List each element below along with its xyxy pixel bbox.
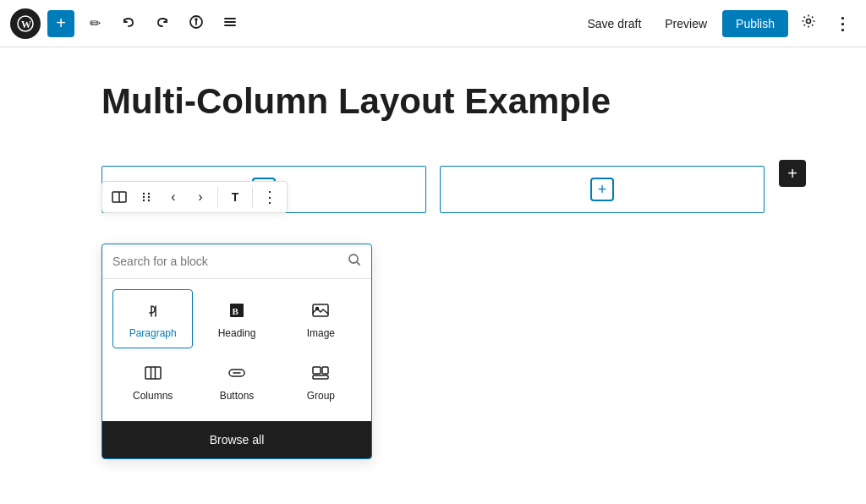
svg-point-11 — [143, 193, 145, 194]
block-search-input[interactable] — [112, 255, 341, 268]
undo-icon — [122, 15, 135, 32]
block-item-group[interactable]: Group — [281, 352, 361, 411]
group-icon — [311, 361, 330, 385]
edit-icon: ✏ — [90, 15, 101, 31]
settings-icon — [801, 14, 816, 33]
add-col2-icon: + — [598, 181, 607, 199]
columns-icon — [144, 361, 162, 385]
group-label: Group — [307, 390, 335, 402]
block-toolbar: ‹ › T ⋮ — [101, 181, 288, 213]
topbar-right: Save draft Preview Publish ⋮ — [578, 10, 856, 37]
svg-point-15 — [143, 200, 145, 201]
publish-label: Publish — [736, 17, 775, 30]
plus-icon: + — [56, 14, 66, 33]
preview-button[interactable]: Preview — [656, 12, 715, 36]
redo-icon — [156, 15, 169, 32]
settings-button[interactable] — [795, 10, 822, 37]
block-item-paragraph[interactable]: Paragraph — [112, 289, 193, 348]
wp-logo: W — [10, 8, 41, 39]
svg-rect-30 — [322, 367, 328, 374]
paragraph-icon — [144, 299, 162, 322]
publish-button[interactable]: Publish — [722, 10, 788, 37]
nav-right-icon[interactable]: › — [189, 185, 212, 209]
svg-text:W: W — [21, 18, 31, 30]
add-block-topbar-button[interactable]: + — [47, 10, 74, 37]
column-2[interactable]: + + — [440, 166, 765, 213]
floating-add-button[interactable]: + — [779, 160, 806, 187]
topbar: W + ✏ — [0, 0, 866, 47]
browse-all-label: Browse all — [210, 433, 265, 446]
toolbar-separator-2 — [252, 187, 253, 207]
svg-rect-29 — [313, 367, 321, 374]
more-options-button[interactable]: ⋮ — [829, 10, 856, 37]
search-icon — [348, 253, 361, 270]
block-inserter-popup: Paragraph B Heading — [101, 244, 372, 459]
svg-point-4 — [195, 19, 197, 20]
nav-left-icon[interactable]: ‹ — [162, 185, 185, 209]
list-view-button[interactable] — [216, 10, 244, 37]
block-item-heading[interactable]: B Heading — [196, 289, 277, 348]
redo-button[interactable] — [149, 10, 176, 37]
buttons-label: Buttons — [220, 390, 255, 402]
image-icon — [311, 299, 330, 322]
image-label: Image — [307, 327, 335, 339]
save-draft-label: Save draft — [587, 17, 641, 30]
undo-button[interactable] — [115, 10, 142, 37]
heading-icon: B — [227, 299, 246, 322]
details-button[interactable] — [183, 10, 210, 37]
preview-label: Preview — [665, 17, 707, 30]
svg-line-18 — [357, 262, 359, 265]
svg-rect-24 — [145, 367, 161, 379]
add-block-col2-button[interactable]: + — [590, 178, 614, 201]
svg-point-8 — [807, 19, 811, 24]
svg-rect-31 — [313, 375, 328, 379]
svg-point-23 — [316, 308, 319, 310]
info-icon — [189, 15, 203, 32]
paragraph-label: Paragraph — [129, 327, 177, 339]
heading-label: Heading — [218, 327, 256, 339]
svg-text:B: B — [232, 306, 238, 316]
transform-icon[interactable]: T — [223, 185, 247, 209]
edit-button[interactable]: ✏ — [81, 10, 108, 37]
save-draft-button[interactable]: Save draft — [578, 12, 650, 36]
columns-toolbar-icon[interactable] — [107, 185, 131, 209]
svg-point-16 — [148, 200, 150, 201]
svg-point-14 — [148, 196, 150, 198]
block-item-buttons[interactable]: Buttons — [196, 352, 277, 411]
block-item-columns[interactable]: Columns — [112, 352, 193, 411]
editor-area: Multi-Column Layout Example ‹ › T ⋮ + — [0, 47, 866, 247]
block-grid: Paragraph B Heading — [102, 279, 371, 421]
svg-point-13 — [143, 196, 145, 198]
post-title[interactable]: Multi-Column Layout Example — [101, 81, 765, 122]
svg-point-12 — [148, 193, 150, 194]
buttons-icon — [227, 361, 246, 385]
drag-handle-icon[interactable] — [134, 185, 158, 209]
floating-add-icon: + — [787, 164, 797, 184]
list-view-icon — [223, 15, 237, 32]
toolbar-separator — [217, 187, 218, 207]
block-item-image[interactable]: Image — [281, 289, 361, 348]
columns-label: Columns — [133, 390, 173, 402]
more-options-icon: ⋮ — [834, 14, 852, 34]
block-more-icon[interactable]: ⋮ — [258, 185, 282, 209]
block-search-bar — [102, 244, 371, 279]
browse-all-button[interactable]: Browse all — [102, 421, 371, 458]
